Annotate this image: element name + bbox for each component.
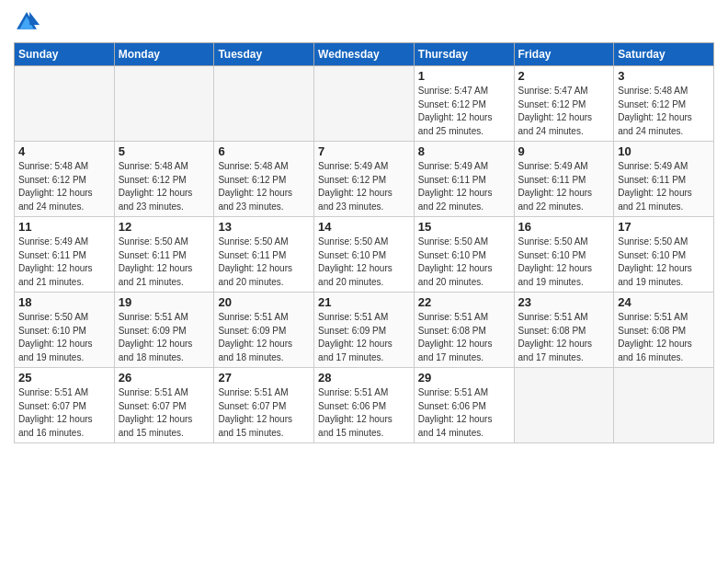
day-number: 21: [318, 295, 410, 309]
calendar-cell: 1Sunrise: 5:47 AMSunset: 6:12 PMDaylight…: [414, 66, 514, 142]
day-number: 25: [18, 371, 110, 385]
col-header-thursday: Thursday: [414, 43, 514, 66]
calendar-cell: [514, 368, 614, 443]
day-number: 4: [18, 144, 110, 158]
day-number: 27: [218, 371, 310, 385]
calendar-cell: 22Sunrise: 5:51 AMSunset: 6:08 PMDayligh…: [414, 293, 514, 368]
cell-info: Sunrise: 5:51 AMSunset: 6:06 PMDaylight:…: [318, 386, 410, 440]
week-row-5: 25Sunrise: 5:51 AMSunset: 6:07 PMDayligh…: [15, 368, 714, 443]
week-row-1: 1Sunrise: 5:47 AMSunset: 6:12 PMDaylight…: [15, 66, 714, 142]
cell-info: Sunrise: 5:51 AMSunset: 6:07 PMDaylight:…: [119, 386, 210, 440]
logo-icon: [14, 9, 40, 35]
calendar-body: 1Sunrise: 5:47 AMSunset: 6:12 PMDaylight…: [15, 66, 714, 443]
cell-info: Sunrise: 5:51 AMSunset: 6:08 PMDaylight:…: [618, 311, 710, 364]
cell-info: Sunrise: 5:50 AMSunset: 6:11 PMDaylight:…: [218, 236, 310, 289]
calendar-cell: 8Sunrise: 5:49 AMSunset: 6:11 PMDaylight…: [414, 142, 514, 217]
cell-info: Sunrise: 5:49 AMSunset: 6:11 PMDaylight:…: [518, 160, 610, 213]
calendar-cell: [15, 66, 115, 142]
day-number: 18: [18, 295, 110, 309]
day-number: 14: [318, 220, 410, 234]
cell-info: Sunrise: 5:51 AMSunset: 6:09 PMDaylight:…: [218, 311, 310, 364]
calendar-cell: 12Sunrise: 5:50 AMSunset: 6:11 PMDayligh…: [114, 217, 214, 293]
calendar-header-row: SundayMondayTuesdayWednesdayThursdayFrid…: [15, 43, 714, 66]
calendar-cell: 3Sunrise: 5:48 AMSunset: 6:12 PMDaylight…: [614, 66, 714, 142]
calendar-cell: 28Sunrise: 5:51 AMSunset: 6:06 PMDayligh…: [314, 368, 415, 443]
calendar-cell: 9Sunrise: 5:49 AMSunset: 6:11 PMDaylight…: [514, 142, 614, 217]
cell-info: Sunrise: 5:51 AMSunset: 6:09 PMDaylight:…: [318, 311, 410, 364]
col-header-saturday: Saturday: [614, 43, 714, 66]
cell-info: Sunrise: 5:51 AMSunset: 6:07 PMDaylight:…: [218, 386, 310, 440]
week-row-3: 11Sunrise: 5:49 AMSunset: 6:11 PMDayligh…: [15, 217, 714, 293]
day-number: 28: [318, 371, 410, 385]
col-header-wednesday: Wednesday: [314, 43, 415, 66]
cell-info: Sunrise: 5:50 AMSunset: 6:11 PMDaylight:…: [119, 236, 210, 289]
calendar-cell: 20Sunrise: 5:51 AMSunset: 6:09 PMDayligh…: [214, 293, 314, 368]
calendar-cell: 11Sunrise: 5:49 AMSunset: 6:11 PMDayligh…: [15, 217, 115, 293]
calendar-cell: 17Sunrise: 5:50 AMSunset: 6:10 PMDayligh…: [614, 217, 714, 293]
calendar-cell: 10Sunrise: 5:49 AMSunset: 6:11 PMDayligh…: [614, 142, 714, 217]
day-number: 3: [618, 69, 710, 83]
day-number: 6: [218, 144, 310, 158]
day-number: 23: [518, 295, 610, 309]
calendar-cell: 27Sunrise: 5:51 AMSunset: 6:07 PMDayligh…: [214, 368, 314, 443]
day-number: 29: [418, 371, 510, 385]
calendar-cell: 25Sunrise: 5:51 AMSunset: 6:07 PMDayligh…: [15, 368, 115, 443]
day-number: 10: [618, 144, 710, 158]
day-number: 9: [518, 144, 610, 158]
day-number: 1: [418, 69, 510, 83]
calendar-cell: [314, 66, 415, 142]
calendar-cell: 23Sunrise: 5:51 AMSunset: 6:08 PMDayligh…: [514, 293, 614, 368]
cell-info: Sunrise: 5:51 AMSunset: 6:06 PMDaylight:…: [418, 386, 510, 440]
day-number: 7: [318, 144, 410, 158]
day-number: 22: [418, 295, 510, 309]
calendar-cell: 26Sunrise: 5:51 AMSunset: 6:07 PMDayligh…: [114, 368, 214, 443]
calendar-cell: 19Sunrise: 5:51 AMSunset: 6:09 PMDayligh…: [114, 293, 214, 368]
cell-info: Sunrise: 5:48 AMSunset: 6:12 PMDaylight:…: [618, 85, 710, 138]
calendar-cell: [214, 66, 314, 142]
week-row-2: 4Sunrise: 5:48 AMSunset: 6:12 PMDaylight…: [15, 142, 714, 217]
cell-info: Sunrise: 5:48 AMSunset: 6:12 PMDaylight:…: [119, 160, 210, 213]
cell-info: Sunrise: 5:51 AMSunset: 6:08 PMDaylight:…: [518, 311, 610, 364]
calendar-cell: 29Sunrise: 5:51 AMSunset: 6:06 PMDayligh…: [414, 368, 514, 443]
logo: [14, 9, 41, 35]
day-number: 11: [18, 220, 110, 234]
cell-info: Sunrise: 5:48 AMSunset: 6:12 PMDaylight:…: [218, 160, 310, 213]
day-number: 17: [618, 220, 710, 234]
week-row-4: 18Sunrise: 5:50 AMSunset: 6:10 PMDayligh…: [15, 293, 714, 368]
cell-info: Sunrise: 5:47 AMSunset: 6:12 PMDaylight:…: [418, 85, 510, 138]
day-number: 16: [518, 220, 610, 234]
cell-info: Sunrise: 5:50 AMSunset: 6:10 PMDaylight:…: [618, 236, 710, 289]
calendar-cell: 7Sunrise: 5:49 AMSunset: 6:12 PMDaylight…: [314, 142, 415, 217]
calendar-table: SundayMondayTuesdayWednesdayThursdayFrid…: [14, 42, 714, 443]
cell-info: Sunrise: 5:51 AMSunset: 6:09 PMDaylight:…: [119, 311, 210, 364]
col-header-tuesday: Tuesday: [214, 43, 314, 66]
day-number: 2: [518, 69, 610, 83]
calendar-cell: [614, 368, 714, 443]
cell-info: Sunrise: 5:51 AMSunset: 6:07 PMDaylight:…: [18, 386, 110, 440]
cell-info: Sunrise: 5:50 AMSunset: 6:10 PMDaylight:…: [518, 236, 610, 289]
cell-info: Sunrise: 5:50 AMSunset: 6:10 PMDaylight:…: [318, 236, 410, 289]
col-header-friday: Friday: [514, 43, 614, 66]
cell-info: Sunrise: 5:50 AMSunset: 6:10 PMDaylight:…: [18, 311, 110, 364]
col-header-monday: Monday: [114, 43, 214, 66]
calendar-cell: 6Sunrise: 5:48 AMSunset: 6:12 PMDaylight…: [214, 142, 314, 217]
day-number: 13: [218, 220, 310, 234]
cell-info: Sunrise: 5:50 AMSunset: 6:10 PMDaylight:…: [418, 236, 510, 289]
header: [14, 9, 714, 35]
day-number: 12: [119, 220, 210, 234]
calendar-cell: 16Sunrise: 5:50 AMSunset: 6:10 PMDayligh…: [514, 217, 614, 293]
cell-info: Sunrise: 5:51 AMSunset: 6:08 PMDaylight:…: [418, 311, 510, 364]
svg-marker-2: [29, 12, 40, 25]
day-number: 26: [119, 371, 210, 385]
day-number: 20: [218, 295, 310, 309]
calendar-cell: 14Sunrise: 5:50 AMSunset: 6:10 PMDayligh…: [314, 217, 415, 293]
day-number: 15: [418, 220, 510, 234]
calendar-cell: 13Sunrise: 5:50 AMSunset: 6:11 PMDayligh…: [214, 217, 314, 293]
day-number: 8: [418, 144, 510, 158]
col-header-sunday: Sunday: [15, 43, 115, 66]
cell-info: Sunrise: 5:49 AMSunset: 6:11 PMDaylight:…: [618, 160, 710, 213]
day-number: 5: [119, 144, 210, 158]
calendar-cell: [114, 66, 214, 142]
calendar-cell: 4Sunrise: 5:48 AMSunset: 6:12 PMDaylight…: [15, 142, 115, 217]
calendar-cell: 15Sunrise: 5:50 AMSunset: 6:10 PMDayligh…: [414, 217, 514, 293]
